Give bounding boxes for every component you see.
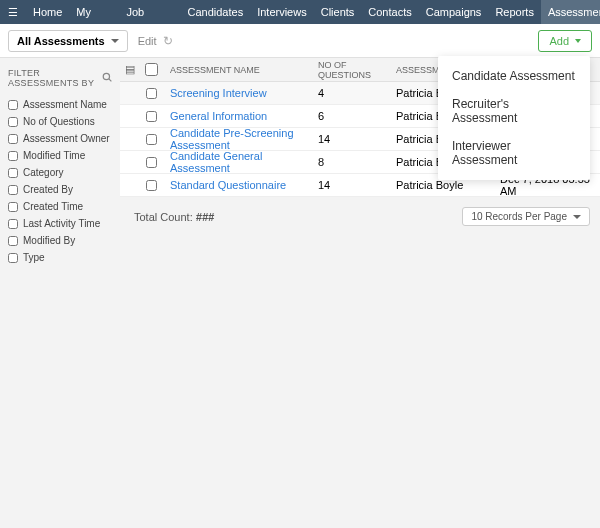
row-checkbox[interactable] (146, 180, 157, 191)
filter-item[interactable]: Modified By (8, 232, 112, 249)
add-button[interactable]: Add (538, 30, 592, 52)
filter-label: Created Time (23, 201, 83, 212)
filter-item[interactable]: Assessment Owner (8, 130, 112, 147)
nav-item-assessments[interactable]: Assessments (541, 0, 600, 24)
search-icon[interactable] (102, 72, 112, 84)
row-owner: Patricia Boyle (396, 179, 496, 191)
filter-item[interactable]: Modified Time (8, 147, 112, 164)
filter-label: Modified Time (23, 150, 85, 161)
filter-label: Assessment Owner (23, 133, 110, 144)
filter-label: Category (23, 167, 64, 178)
filter-label: Created By (23, 184, 73, 195)
row-num: 14 (318, 133, 396, 145)
filter-label: Modified By (23, 235, 75, 246)
filter-label: Type (23, 252, 45, 263)
assessment-link[interactable]: Standard Questionnaire (170, 179, 286, 191)
filter-checkbox[interactable] (8, 151, 18, 161)
filter-item[interactable]: Category (8, 164, 112, 181)
nav-item-interviews[interactable]: Interviews (250, 0, 314, 24)
add-menu-item[interactable]: Interviewer Assessment (438, 132, 590, 174)
total-count: Total Count: ### (134, 211, 214, 223)
view-selector[interactable]: All Assessments (8, 30, 128, 52)
filter-item[interactable]: Type (8, 249, 112, 266)
filter-label: Assessment Name (23, 99, 107, 110)
select-all-checkbox[interactable] (145, 63, 158, 76)
row-checkbox[interactable] (146, 157, 157, 168)
nav-item-my-actions[interactable]: My Actions (69, 0, 119, 24)
filter-item[interactable]: Created Time (8, 198, 112, 215)
table-footer: Total Count: ### 10 Records Per Page (120, 197, 600, 236)
nav-item-candidates[interactable]: Candidates (181, 0, 251, 24)
filter-checkbox[interactable] (8, 168, 18, 178)
hamburger-icon[interactable]: ☰ (0, 6, 26, 19)
filter-checkbox[interactable] (8, 219, 18, 229)
assessment-link[interactable]: Screening Interview (170, 87, 267, 99)
top-nav: ☰ HomeMy ActionsJob OpeningsCandidatesIn… (0, 0, 600, 24)
filter-item[interactable]: Last Activity Time (8, 215, 112, 232)
filter-label: Last Activity Time (23, 218, 100, 229)
add-dropdown-menu: Candidate AssessmentRecruiter's Assessme… (438, 56, 590, 180)
filter-checkbox[interactable] (8, 134, 18, 144)
nav-item-clients[interactable]: Clients (314, 0, 362, 24)
nav-item-contacts[interactable]: Contacts (361, 0, 418, 24)
view-selector-label: All Assessments (17, 35, 105, 47)
assessment-link[interactable]: Candidate General Assessment (170, 150, 262, 174)
add-menu-item[interactable]: Recruiter's Assessment (438, 90, 590, 132)
row-checkbox[interactable] (146, 134, 157, 145)
header-name[interactable]: ASSESSMENT NAME (162, 65, 318, 75)
chevron-down-icon (573, 215, 581, 219)
filter-checkbox[interactable] (8, 236, 18, 246)
chevron-down-icon (111, 39, 119, 43)
row-num: 14 (318, 179, 396, 191)
svg-point-0 (103, 73, 109, 79)
assessment-link[interactable]: Candidate Pre-Screening Assessment (170, 127, 294, 151)
filter-checkbox[interactable] (8, 100, 18, 110)
filter-title: FILTER ASSESSMENTS BY (8, 68, 102, 88)
nav-item-campaigns[interactable]: Campaigns (419, 0, 489, 24)
edit-link[interactable]: Edit (138, 35, 157, 47)
filter-checkbox[interactable] (8, 202, 18, 212)
layout-icon[interactable]: ▤ (125, 63, 135, 76)
filter-checkbox[interactable] (8, 185, 18, 195)
filter-label: No of Questions (23, 116, 95, 127)
header-num[interactable]: NO OF QUESTIONS (318, 60, 396, 80)
refresh-icon[interactable]: ↻ (163, 34, 173, 48)
chevron-down-icon (575, 39, 581, 43)
records-per-page[interactable]: 10 Records Per Page (462, 207, 590, 226)
filter-item[interactable]: No of Questions (8, 113, 112, 130)
nav-item-home[interactable]: Home (26, 0, 69, 24)
nav-item-reports[interactable]: Reports (488, 0, 541, 24)
filter-title-row: FILTER ASSESSMENTS BY (8, 68, 112, 88)
filter-checkbox[interactable] (8, 117, 18, 127)
add-menu-item[interactable]: Candidate Assessment (438, 62, 590, 90)
filter-sidebar: FILTER ASSESSMENTS BY Assessment NameNo … (0, 58, 120, 528)
filter-checkbox[interactable] (8, 253, 18, 263)
filter-item[interactable]: Assessment Name (8, 96, 112, 113)
add-button-label: Add (549, 35, 569, 47)
toolbar: All Assessments Edit ↻ Add (0, 24, 600, 58)
row-checkbox[interactable] (146, 88, 157, 99)
row-checkbox[interactable] (146, 111, 157, 122)
svg-line-1 (109, 79, 112, 82)
assessment-link[interactable]: General Information (170, 110, 267, 122)
row-num: 6 (318, 110, 396, 122)
row-num: 4 (318, 87, 396, 99)
nav-item-job-openings[interactable]: Job Openings (119, 0, 180, 24)
row-num: 8 (318, 156, 396, 168)
filter-item[interactable]: Created By (8, 181, 112, 198)
